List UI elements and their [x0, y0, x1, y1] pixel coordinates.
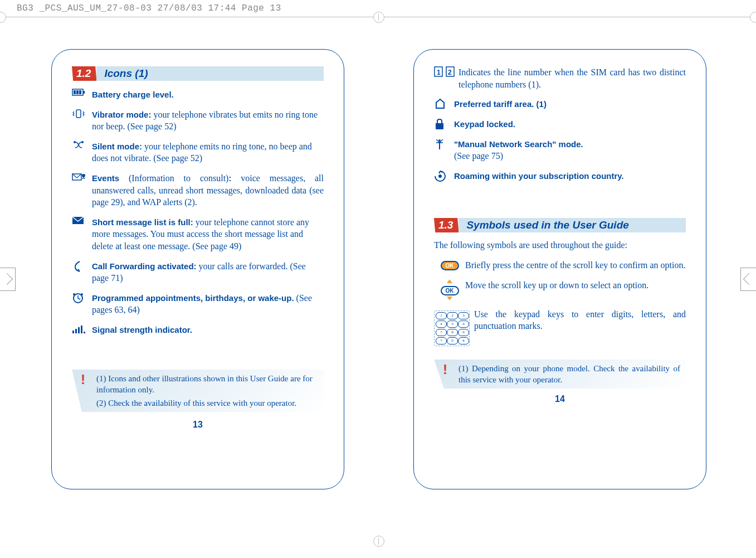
section-header: 1.3 Symbols used in the User Guide	[434, 218, 686, 232]
item-text: Events (Information to consult): voice m…	[92, 172, 324, 208]
signal-icon	[72, 324, 92, 336]
footnote: ! (1) Depending on your phone model. Che…	[434, 360, 686, 389]
item-text: Keypad locked.	[454, 118, 686, 130]
svg-rect-18	[84, 332, 85, 333]
svg-rect-5	[76, 110, 81, 118]
intro-text: The following symbols are used throughou…	[434, 240, 686, 250]
item-text: Programmed appointments, birthdays, or w…	[92, 292, 324, 316]
page-13: 1.2 Icons (1) Battery charge level. Vibr…	[51, 49, 344, 489]
item-text: Short message list is full: your telepho…	[92, 216, 324, 253]
symbol-text: Briefly press the centre of the scroll k…	[465, 259, 686, 271]
battery-icon	[72, 89, 92, 101]
section-number: 1.2	[72, 66, 96, 81]
svg-rect-1	[83, 91, 85, 94]
keypad-icon: 123456789*0#	[434, 308, 474, 346]
page-number: 14	[434, 394, 686, 404]
forwarding-icon	[72, 260, 92, 284]
ok-scroll-icon: OK	[434, 279, 465, 300]
svg-rect-4	[79, 90, 81, 94]
item-text: Roaming within your subscription country…	[454, 170, 686, 182]
registration-left	[0, 268, 16, 291]
item-text: Indicates the line number when the SIM c…	[459, 66, 686, 90]
svg-rect-2	[74, 90, 76, 94]
item-text: Signal strength indicator.	[92, 324, 324, 336]
section-number: 1.3	[434, 218, 459, 232]
antenna-icon	[434, 138, 454, 162]
svg-rect-23	[436, 123, 443, 129]
svg-rect-16	[78, 327, 80, 333]
svg-rect-15	[75, 329, 77, 333]
svg-rect-17	[81, 326, 82, 333]
events-icon	[72, 172, 92, 208]
appointment-icon	[72, 292, 92, 316]
svg-point-26	[438, 174, 442, 178]
svg-point-12	[73, 293, 75, 295]
item-text: Battery charge level.	[92, 89, 324, 101]
registration-right	[740, 268, 756, 291]
crop-mark-bottom	[373, 536, 384, 547]
crop-mark-top	[0, 17, 756, 17]
svg-text:1: 1	[437, 69, 441, 76]
svg-rect-3	[76, 90, 79, 94]
svg-point-6	[74, 141, 76, 143]
roaming-icon	[434, 170, 454, 182]
message-full-icon	[72, 216, 92, 253]
item-text: Vibrator mode: your telephone vibrates b…	[92, 109, 324, 133]
section-title: Icons (1)	[96, 66, 324, 81]
silent-icon	[72, 140, 92, 164]
svg-point-13	[81, 293, 83, 295]
page-14: 12 Indicates the line number when the SI…	[413, 49, 706, 489]
file-header: BG3 _PCS_AUS_UM_27-08-03 27/08/03 17:44 …	[17, 3, 281, 13]
warning-icon: !	[443, 361, 447, 379]
section-title: Symbols used in the User Guide	[459, 218, 686, 232]
svg-point-7	[81, 141, 84, 143]
item-text: Silent mode: your telephone emits no rin…	[92, 140, 324, 164]
item-text: Preferred tariff area. (1)	[454, 98, 686, 110]
svg-point-25	[438, 139, 441, 142]
page-number: 13	[72, 420, 324, 430]
ok-press-icon: OK	[434, 259, 465, 271]
svg-point-9	[82, 174, 85, 177]
warning-icon: !	[81, 371, 85, 389]
svg-text:2: 2	[448, 69, 452, 76]
footnote: ! (1) Icons and other illustrations show…	[72, 370, 324, 413]
symbol-text: Move the scroll key up or down to select…	[465, 279, 686, 300]
tariff-icon	[434, 98, 454, 110]
symbol-text: Use the keypad keys to enter digits, let…	[474, 308, 686, 346]
section-header: 1.2 Icons (1)	[72, 66, 324, 81]
lock-icon	[434, 118, 454, 130]
item-text: Call Forwarding activated: your calls ar…	[92, 260, 324, 284]
item-text: "Manual Network Search" mode. (See page …	[454, 138, 686, 162]
line-number-icon: 12	[434, 66, 459, 90]
vibrator-icon	[72, 109, 92, 133]
svg-rect-14	[72, 331, 74, 333]
